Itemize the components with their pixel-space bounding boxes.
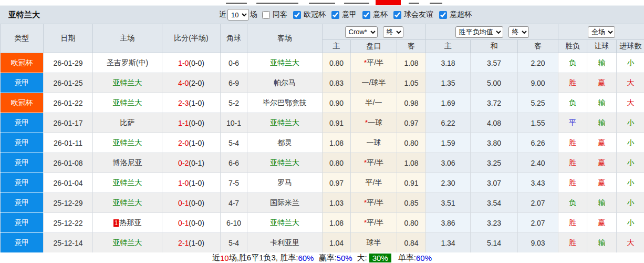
league-badge: 意甲: [1, 113, 44, 133]
match-date: 26-01-22: [44, 93, 93, 113]
handicap-cell: 半/一: [351, 93, 397, 113]
match-date: 25-12-22: [44, 213, 93, 233]
odds-away-cell: 1.05: [397, 73, 426, 93]
halftime-score: (0-0): [189, 59, 204, 67]
handicap-result-cell: 赢: [587, 133, 617, 153]
sub-header-outcome: 胜负: [558, 40, 587, 53]
avg-state-select[interactable]: 终: [508, 26, 529, 38]
match-date: 26-01-11: [44, 133, 93, 153]
summary-prefix: 近: [212, 253, 220, 263]
handicap-text: 平/半: [367, 198, 383, 207]
halftime-score: (2-0): [189, 79, 204, 87]
corners-cell: 5-2: [221, 93, 247, 113]
fulltime-score: 0-1: [178, 219, 189, 227]
goals-cell: 大: [617, 93, 644, 113]
sub-header-avg-win: 主: [426, 40, 471, 53]
handicap-text: 一/球半: [362, 78, 386, 87]
fulltime-score: 1-0: [178, 179, 189, 187]
summary-record: 场,胜6平1负3, 胜率:: [229, 253, 298, 263]
bookmaker-select[interactable]: Crow*: [345, 26, 378, 38]
outcome-cell: 胜: [558, 133, 587, 153]
away-team-cell: 亚特兰大: [247, 113, 323, 133]
avg-draw-cell: 3.72: [471, 93, 518, 113]
halftime-score: (0-0): [189, 119, 204, 127]
table-row: 意甲 26-01-08 博洛尼亚 0-2(0-1) 6-6 亚特兰大 0.80 …: [1, 153, 644, 173]
sub-header-avg-lose: 客: [518, 40, 558, 53]
odds-group-header: Crow* 终: [323, 24, 426, 40]
score-cell: 0-2(0-1): [162, 153, 221, 173]
home-team-name: 亚特兰大: [113, 78, 142, 87]
scope-select[interactable]: 全场: [588, 26, 615, 38]
away-team-cell: 帕尔马: [247, 73, 323, 93]
avg-lose-cell: 2.40: [518, 153, 558, 173]
handicap-cell: *平/半: [351, 213, 397, 233]
recent-count-select[interactable]: 10: [227, 9, 249, 21]
filter-checkbox-super-cup[interactable]: [439, 11, 447, 19]
corners-cell: 7-5: [221, 173, 247, 193]
avg-lose-cell: 2.07: [518, 213, 558, 233]
odds-away-cell: 0.97: [397, 113, 426, 133]
goals-cell: 小: [617, 173, 644, 193]
odds-away-cell: 1.08: [397, 153, 426, 173]
filter-checkbox-champions-league[interactable]: [293, 11, 301, 19]
avg-win-cell: 6.22: [426, 113, 471, 133]
league-badge: 欧冠杯: [1, 53, 44, 73]
stats-summary: 近10场,胜6平1负3, 胜率:60%赢率:50%大:30%单率:60%: [0, 252, 644, 263]
filter-checkbox-serie-a[interactable]: [331, 11, 339, 19]
handicap-result-cell: 赢: [587, 73, 617, 93]
halftime-score: (1-0): [189, 179, 204, 187]
corners-cell: 0-6: [221, 53, 247, 73]
odds-home-cell: 0.80: [323, 53, 351, 73]
filter-checkbox-coppa-italia[interactable]: [362, 11, 370, 19]
home-team-name: 热那亚: [119, 218, 141, 227]
matches-label: 场: [250, 10, 257, 19]
home-team-cell: 圣吉罗斯(中): [93, 53, 162, 73]
odds-home-cell: 1.04: [323, 233, 351, 253]
home-team-cell: 亚特兰大: [93, 233, 162, 253]
corners-cell: 6-10: [221, 213, 247, 233]
home-team-cell: 亚特兰大: [93, 133, 162, 153]
league-badge: 意甲: [1, 193, 44, 213]
home-team-cell: 亚特兰大: [93, 193, 162, 213]
outcome-cell: 胜: [558, 73, 587, 93]
filter-checkbox-club-friendly[interactable]: [393, 11, 401, 19]
score-cell: 1-1(0-0): [162, 113, 221, 133]
home-team-name: 亚特兰大: [113, 98, 142, 107]
home-team-name: 圣吉罗斯(中): [107, 58, 148, 67]
filter-label-super-cup: 意超杯: [450, 10, 472, 19]
outcome-cell: 负: [558, 193, 587, 213]
outcome-cell: 负: [558, 53, 587, 73]
col-header-type: 类型: [1, 24, 44, 53]
sub-header-odds-away: 客: [397, 40, 426, 53]
away-team-cell: 国际米兰: [247, 193, 323, 213]
odds-state-select[interactable]: 终: [383, 26, 403, 38]
recent-label: 近: [219, 10, 226, 19]
avg-draw-cell: 4.08: [471, 113, 518, 133]
avg-lose-cell: 2.20: [518, 53, 558, 73]
clipped-text-fragment: [256, 3, 298, 4]
odds-home-cell: 1.03: [323, 193, 351, 213]
fulltime-score: 4-0: [178, 79, 189, 87]
avg-lose-cell: 6.26: [518, 133, 558, 153]
home-team-cell: 博洛尼亚: [93, 153, 162, 173]
away-team-cell: 都灵: [247, 133, 323, 153]
away-team-cell: 毕尔巴鄂竞技: [247, 93, 323, 113]
fulltime-score: 2-1: [178, 239, 189, 247]
handicap-cell: *平/半: [351, 53, 397, 73]
avg-draw-cell: 3.25: [471, 153, 518, 173]
away-team-name: 都灵: [277, 138, 292, 147]
goals-cell: 小: [617, 213, 644, 233]
clipped-text-fragment: [430, 3, 442, 4]
away-team-name: 国际米兰: [270, 198, 299, 207]
avg-type-select[interactable]: 胜平负均值: [455, 26, 503, 38]
win-rate-value: 60%: [298, 254, 314, 262]
odds-rate-label: 赢率:: [318, 253, 336, 263]
league-badge: 意甲: [1, 133, 44, 153]
same-venue-checkbox[interactable]: [262, 11, 270, 19]
odds-home-cell: 0.83: [323, 73, 351, 93]
score-cell: 2-1(1-0): [162, 233, 221, 253]
col-header-corners: 角球: [221, 24, 247, 53]
halftime-score: (1-0): [189, 139, 204, 147]
handicap-result-cell: 输: [587, 113, 617, 133]
home-team-cell: 亚特兰大: [93, 93, 162, 113]
